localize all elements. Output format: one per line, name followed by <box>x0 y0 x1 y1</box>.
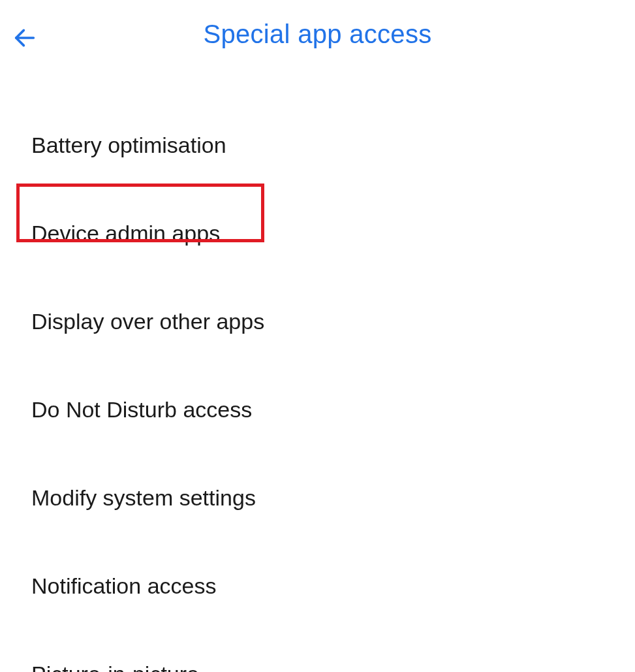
list-item-notification-access[interactable]: Notification access <box>0 542 635 630</box>
back-button[interactable] <box>12 25 38 54</box>
list-item-label: Modify system settings <box>31 485 256 510</box>
list-item-battery-optimisation[interactable]: Battery optimisation <box>0 101 635 189</box>
list-item-label: Device admin apps <box>31 221 220 246</box>
list-item-picture-in-picture[interactable]: Picture-in-picture <box>0 630 635 672</box>
header: Special app access <box>0 0 635 62</box>
list-item-label: Notification access <box>31 573 216 598</box>
list-item-do-not-disturb-access[interactable]: Do Not Disturb access <box>0 366 635 454</box>
settings-list: Battery optimisation Device admin apps D… <box>0 62 635 672</box>
list-item-label: Picture-in-picture <box>31 662 199 672</box>
list-item-label: Display over other apps <box>31 309 264 334</box>
list-item-label: Battery optimisation <box>31 133 226 157</box>
list-item-display-over-other-apps[interactable]: Display over other apps <box>0 278 635 366</box>
arrow-left-icon <box>12 25 38 51</box>
list-item-label: Do Not Disturb access <box>31 397 252 422</box>
list-item-device-admin-apps[interactable]: Device admin apps <box>0 189 635 278</box>
list-item-modify-system-settings[interactable]: Modify system settings <box>0 454 635 542</box>
page-title: Special app access <box>13 20 622 49</box>
